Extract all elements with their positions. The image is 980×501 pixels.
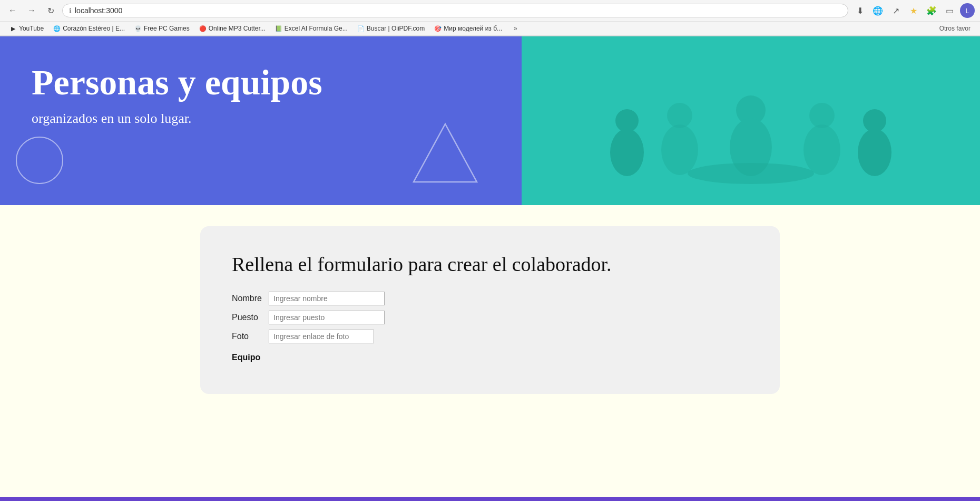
address-url: localhost:3000 (75, 6, 841, 15)
browser-toolbar: ← → ↻ ℹ localhost:3000 ⬇ 🌐 ↗ ★ 🧩 ▭ L (0, 0, 980, 21)
bookmark-oii[interactable]: 📄 Buscar | OiiPDF.com (353, 23, 429, 34)
excel-icon: 📗 (275, 25, 282, 32)
hero-circle-decoration (16, 137, 63, 184)
translate-button[interactable]: 🌐 (870, 3, 885, 18)
foto-input[interactable] (269, 330, 374, 343)
bookmark-youtube[interactable]: ▶ YouTube (5, 23, 48, 34)
oii-icon: 📄 (357, 25, 365, 32)
puesto-input[interactable] (269, 311, 385, 324)
puesto-row: Puesto (232, 311, 748, 324)
hero-left-panel: Personas y equipos organizados en un sol… (0, 36, 522, 205)
form-section: Rellena el formulario para crear el cola… (0, 205, 980, 426)
freepc-icon: 💀 (134, 25, 142, 32)
bookmark-mir-label: Мир моделей из б... (444, 25, 502, 32)
form-title: Rellena el formulario para crear el cola… (232, 253, 748, 276)
bookmark-mp3-label: Online MP3 Cutter... (209, 25, 266, 32)
bookmark-mir[interactable]: 🎯 Мир моделей из б... (430, 23, 506, 34)
forward-button[interactable]: → (24, 3, 39, 18)
nombre-input[interactable] (269, 292, 385, 305)
bottom-bar (0, 497, 980, 501)
browser-chrome: ← → ↻ ℹ localhost:3000 ⬇ 🌐 ↗ ★ 🧩 ▭ L ▶ Y… (0, 0, 980, 36)
foto-row: Foto (232, 330, 748, 343)
download-button[interactable]: ⬇ (852, 3, 867, 18)
svg-marker-0 (414, 124, 477, 182)
hero-section: Personas y equipos organizados en un sol… (0, 36, 980, 205)
equipo-label: Equipo (232, 353, 260, 362)
bookmark-freepc[interactable]: 💀 Free PC Games (130, 23, 194, 34)
equipo-row: Equipo (232, 349, 748, 362)
sidebar-button[interactable]: ▭ (942, 3, 957, 18)
bookmarks-more-button[interactable]: » (509, 23, 522, 34)
foto-label: Foto (232, 332, 269, 341)
youtube-icon: ▶ (9, 25, 17, 32)
bookmarks-bar: ▶ YouTube 🌐 Corazón Estéreo | E... 💀 Fre… (0, 21, 980, 36)
back-button[interactable]: ← (5, 3, 20, 18)
profile-button[interactable]: L (960, 3, 975, 18)
extensions-button[interactable]: 🧩 (924, 3, 939, 18)
nombre-label: Nombre (232, 294, 269, 303)
hero-right-panel (522, 36, 980, 205)
share-button[interactable]: ↗ (888, 3, 903, 18)
corazon-icon: 🌐 (53, 25, 61, 32)
bookmark-freepc-label: Free PC Games (144, 25, 190, 32)
hero-title: Personas y equipos (32, 63, 490, 102)
bookmark-oii-label: Buscar | OiiPDF.com (367, 25, 425, 32)
bookmarks-favs-button[interactable]: Otros favor (935, 23, 975, 34)
bookmark-corazon-label: Corazón Estéreo | E... (63, 25, 125, 32)
toolbar-actions: ⬇ 🌐 ↗ ★ 🧩 ▭ L (852, 3, 975, 18)
mp3-icon: 🔴 (199, 25, 207, 32)
bookmark-corazon[interactable]: 🌐 Corazón Estéreo | E... (49, 23, 129, 34)
bookmark-excel[interactable]: 📗 Excel AI Formula Ge... (271, 23, 352, 34)
hero-triangle-decoration (411, 119, 479, 189)
reload-button[interactable]: ↻ (43, 3, 58, 18)
bookmark-mp3[interactable]: 🔴 Online MP3 Cutter... (195, 23, 270, 34)
bookmark-excel-label: Excel AI Formula Ge... (285, 25, 348, 32)
bookmark-button[interactable]: ★ (906, 3, 921, 18)
puesto-label: Puesto (232, 313, 269, 322)
mir-icon: 🎯 (434, 25, 442, 32)
page-content: Personas y equipos organizados en un sol… (0, 36, 980, 426)
address-security-icon: ℹ (69, 7, 72, 15)
hero-team-photo (522, 36, 980, 205)
address-bar[interactable]: ℹ localhost:3000 (62, 4, 848, 17)
svg-rect-13 (522, 36, 980, 205)
bookmark-youtube-label: YouTube (19, 25, 44, 32)
nombre-row: Nombre (232, 292, 748, 305)
form-card: Rellena el formulario para crear el cola… (200, 226, 780, 394)
